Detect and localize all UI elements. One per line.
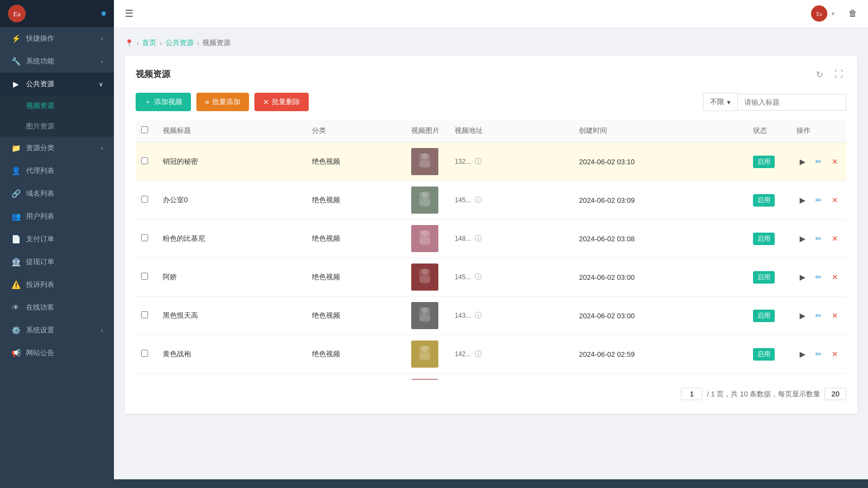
info-icon[interactable]: ⓘ: [475, 196, 482, 204]
row-time: 2024-06-02 03:08: [573, 220, 748, 258]
sidebar-item-agent-list[interactable]: 👤 代理列表: [0, 159, 114, 182]
sidebar-logo: Ea: [8, 5, 25, 22]
row-checkbox[interactable]: [141, 196, 148, 203]
arrow-icon: ‹: [101, 145, 103, 151]
row-status-cell: 启用: [748, 335, 791, 374]
breadcrumb-public-res[interactable]: 公共资源: [165, 38, 194, 48]
edit-button[interactable]: ✏: [813, 310, 825, 322]
row-category: 绝色视频: [307, 258, 406, 297]
play-button[interactable]: ▶: [796, 156, 808, 168]
delete-button[interactable]: ✕: [829, 194, 841, 206]
sidebar-item-sys-settings[interactable]: ⚙️ 系统设置 ‹: [0, 319, 114, 342]
arrow-icon: ‹: [101, 58, 103, 65]
row-thumbnail: [411, 264, 438, 291]
select-all-checkbox[interactable]: [141, 126, 148, 133]
sidebar-sub-menu: 视频资源 图片资源: [0, 95, 114, 137]
main-content: ☰ Ea ▾ 🗑 📍 › 首页 › 公共资源 › 视频资源: [114, 0, 868, 488]
breadcrumb-home[interactable]: 首页: [142, 38, 156, 48]
info-icon[interactable]: ⓘ: [475, 350, 482, 358]
video-table: 视频标题 分类 视频图片 视频地址 创建时间 状态 操作 销冠的秘密: [136, 119, 846, 380]
sidebar-item-site-notice[interactable]: 📢 网站公告: [0, 342, 114, 364]
refresh-button[interactable]: ↻: [812, 67, 827, 82]
delete-button[interactable]: ✕: [829, 233, 841, 245]
row-checkbox[interactable]: [141, 273, 148, 280]
search-input[interactable]: [738, 94, 846, 111]
agent-icon: 👤: [11, 166, 21, 175]
info-icon[interactable]: ⓘ: [475, 273, 482, 281]
row-status-cell: 启用: [748, 297, 791, 335]
sidebar-item-pay-order[interactable]: 📄 支付订单: [0, 228, 114, 251]
play-button[interactable]: ▶: [796, 194, 808, 206]
play-button[interactable]: ▶: [796, 271, 808, 283]
sidebar-item-withdraw-order[interactable]: 🏦 提现订单: [0, 251, 114, 273]
menu-toggle-icon[interactable]: ☰: [125, 8, 133, 20]
row-checkbox-cell: [136, 181, 157, 220]
info-icon[interactable]: ⓘ: [475, 234, 482, 242]
sidebar-sub-item-video[interactable]: 视频资源: [0, 95, 114, 116]
row-category: 绝色视频: [307, 297, 406, 335]
play-button[interactable]: ▶: [796, 233, 808, 245]
sidebar-item-online-visitor[interactable]: 👁 在线访客: [0, 296, 114, 319]
arrow-icon: ∨: [99, 81, 103, 88]
delete-button[interactable]: ✕: [829, 348, 841, 360]
page-size-input[interactable]: [825, 388, 846, 400]
info-icon[interactable]: ⓘ: [475, 311, 482, 319]
delete-button[interactable]: ✕: [829, 310, 841, 322]
edit-button[interactable]: ✏: [813, 348, 825, 360]
row-checkbox[interactable]: [141, 311, 148, 318]
bottom-bar: [114, 479, 868, 488]
complaint-icon: ⚠️: [11, 280, 21, 289]
edit-button[interactable]: ✏: [813, 271, 825, 283]
sidebar-item-label: 系统设置: [26, 325, 54, 335]
sidebar-item-res-category[interactable]: 📁 资源分类 ‹: [0, 137, 114, 159]
fullscreen-button[interactable]: ⛶: [831, 67, 846, 82]
svg-point-10: [419, 198, 430, 207]
row-title: 阿娇: [157, 258, 307, 297]
header: ☰ Ea ▾ 🗑: [114, 0, 868, 27]
delete-button[interactable]: ✕: [829, 156, 841, 168]
batch-delete-button[interactable]: ✕ 批量删除: [254, 93, 309, 111]
row-checkbox[interactable]: [141, 234, 148, 241]
page-number-input[interactable]: [681, 388, 703, 400]
row-title: 黄色战袍: [157, 335, 307, 374]
notice-icon: 📢: [11, 349, 21, 357]
delete-button[interactable]: ✕: [829, 271, 841, 283]
sidebar-item-quick-op[interactable]: ⚡ 快捷操作 ‹: [0, 27, 114, 50]
sidebar-sub-item-image[interactable]: 图片资源: [0, 116, 114, 137]
row-url-cell: 145... ⓘ: [449, 258, 573, 297]
filter-search: 不限 ▾: [703, 93, 846, 111]
video-res-label: 视频资源: [26, 101, 54, 111]
sidebar-item-public-res[interactable]: ▶ 公共资源 ∨: [0, 73, 114, 95]
edit-button[interactable]: ✏: [813, 233, 825, 245]
sidebar-item-user-list[interactable]: 👥 用户列表: [0, 205, 114, 228]
row-status-cell: 启用: [748, 181, 791, 220]
sidebar-item-label: 系统功能: [26, 56, 54, 66]
info-icon[interactable]: ⓘ: [475, 157, 482, 165]
row-status-cell: 启用: [748, 143, 791, 181]
row-checkbox[interactable]: [141, 350, 148, 357]
row-thumbnail-cell: [406, 181, 449, 220]
edit-button[interactable]: ✏: [813, 194, 825, 206]
page-title: 视频资源: [136, 69, 170, 80]
sidebar-item-label: 快捷操作: [26, 34, 54, 43]
trash-icon[interactable]: 🗑: [848, 9, 857, 18]
edit-button[interactable]: ✏: [813, 156, 825, 168]
header-user[interactable]: Ea ▾: [811, 5, 835, 22]
row-action-cell: ▶ ✏ ✕: [791, 181, 846, 220]
location-icon: 📍: [125, 39, 133, 47]
sidebar-item-domain-list[interactable]: 🔗 域名列表: [0, 182, 114, 205]
action-buttons: ▶ ✏ ✕: [796, 271, 841, 283]
play-button[interactable]: ▶: [796, 348, 808, 360]
sidebar-item-complaint-list[interactable]: ⚠️ 投诉列表: [0, 273, 114, 296]
row-thumbnail: [411, 341, 438, 368]
pay-icon: 📄: [11, 235, 21, 243]
action-buttons: ▶ ✏ ✕: [796, 348, 841, 360]
row-checkbox[interactable]: [141, 157, 148, 164]
batch-add-button[interactable]: ≡ 批量添加: [196, 93, 249, 111]
row-action-cell: ▶ ✏ ✕: [791, 374, 846, 380]
play-button[interactable]: ▶: [796, 310, 808, 322]
row-thumbnail: [411, 187, 438, 214]
sidebar-item-sys-func[interactable]: 🔧 系统功能 ‹: [0, 50, 114, 73]
filter-select[interactable]: 不限 ▾: [703, 93, 738, 111]
add-video-button[interactable]: ＋ 添加视频: [136, 93, 191, 111]
